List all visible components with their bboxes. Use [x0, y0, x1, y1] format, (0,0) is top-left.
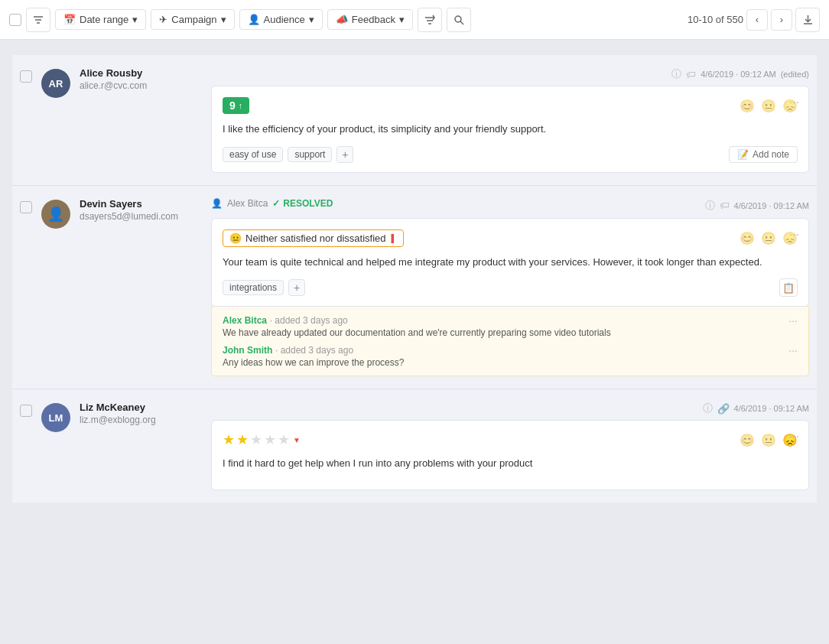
happy-emoji-btn[interactable]: 😊: [740, 99, 755, 113]
date-range-btn[interactable]: 📅 Date range ▾: [55, 9, 146, 30]
star-rating: ★ ★ ★ ★ ★ ▼: [223, 431, 301, 448]
card-header: 9 ↑ 😊 😐 😞: [223, 97, 798, 114]
neutral-emoji-btn[interactable]: 😐: [761, 99, 776, 113]
chevron-icon: ▾: [132, 14, 138, 25]
note-meta: · added 3 days ago: [270, 315, 348, 326]
card-meta: 👤 Alex Bitca ✓ RESOLVED ⓘ 🏷 4/6/2019 · 0…: [211, 198, 809, 213]
avatar: LM: [41, 403, 70, 432]
satisfaction-badge: 😐 Neither satisfied nor dissatisfied ▌: [223, 229, 404, 247]
person-icon: 👤: [211, 198, 223, 209]
note-author: Alex Bitca: [223, 315, 267, 326]
tag-item: integrations: [223, 280, 284, 295]
neutral-emoji-btn[interactable]: 😐: [761, 433, 776, 447]
rating-arrow: ▼: [293, 436, 301, 444]
feedback-text: Your team is quite technical and helped …: [223, 255, 798, 270]
audience-label: Audience: [264, 14, 305, 25]
notes-section: Alex Bitca · added 3 days ago We have al…: [211, 306, 809, 376]
row-checkbox[interactable]: [20, 405, 32, 417]
info-icon: ⓘ: [703, 402, 713, 415]
tags: integrations +: [223, 279, 305, 296]
audience-btn[interactable]: 👤 Audience ▾: [239, 9, 323, 30]
resolved-badge: ✓ RESOLVED: [272, 198, 333, 209]
meta-edited: (edited): [781, 70, 809, 79]
download-btn[interactable]: [795, 8, 820, 32]
avatar: 👤: [41, 200, 70, 229]
info-icon: ⓘ: [705, 199, 715, 213]
feedback-text: I like the efficiency of your product, i…: [223, 122, 798, 137]
date-range-label: Date range: [80, 14, 128, 25]
satisfaction-text: Neither satisfied nor dissatisfied: [245, 233, 386, 244]
card-meta: ⓘ 🏷 4/6/2019 · 09:12 AM (edited): [211, 67, 809, 81]
resolver-name: Alex Bitca: [227, 198, 268, 209]
feedback-text: I find it hard to get help when I run in…: [223, 456, 798, 471]
contact-name: Liz McKeaney: [80, 402, 202, 413]
feedback-card: ··· 😐 Neither satisfied nor dissatisfied…: [211, 218, 809, 307]
search-icon-btn[interactable]: [447, 8, 471, 32]
emoji-actions: 😊 😐 😞: [740, 231, 798, 246]
more-options-btn[interactable]: ···: [789, 430, 799, 444]
indicator: ▌: [392, 234, 397, 242]
contact-email: liz.m@exblogg.org: [80, 415, 202, 425]
add-tag-btn[interactable]: +: [288, 279, 305, 296]
add-tag-btn[interactable]: +: [336, 146, 353, 163]
feedback-row: LM Liz McKeaney liz.m@exblogg.org ⓘ 🔗 4/…: [12, 389, 817, 503]
row-checkbox[interactable]: [20, 201, 32, 213]
happy-emoji-btn[interactable]: 😊: [740, 433, 755, 447]
contact-info: Alice Rousby alice.r@cvc.com: [80, 67, 202, 91]
filter-icon-btn[interactable]: [26, 8, 50, 32]
feedback-row: 👤 Devin Sayers dsayers5d@lumedi.com 👤 Al…: [12, 186, 817, 390]
note-icon: 📝: [737, 149, 749, 160]
note-meta: · added 3 days ago: [275, 345, 353, 356]
feedback-card-wrapper: 👤 Alex Bitca ✓ RESOLVED ⓘ 🏷 4/6/2019 · 0…: [211, 198, 809, 377]
sort-icon-btn[interactable]: [418, 8, 442, 32]
svg-line-7: [460, 21, 463, 24]
svg-point-6: [455, 16, 461, 22]
feedback-card: ··· 9 ↑ 😊 😐 😞 I like the efficiency of y…: [211, 86, 809, 173]
main-content: AR Alice Rousby alice.r@cvc.com ⓘ 🏷 4/6/…: [0, 40, 829, 518]
next-page-btn[interactable]: ›: [771, 9, 792, 31]
score-badge: 9 ↑: [223, 97, 249, 114]
contact-info: Devin Sayers dsayers5d@lumedi.com: [80, 198, 202, 222]
add-note-btn[interactable]: 📝 Add note: [729, 146, 798, 163]
happy-emoji-btn[interactable]: 😊: [740, 231, 755, 246]
feedback-card-wrapper: ⓘ 🔗 4/6/2019 · 09:12 AM ··· ★ ★ ★ ★ ★ ▼: [211, 402, 809, 490]
note-more-btn[interactable]: ···: [788, 314, 798, 327]
resolved-row: 👤 Alex Bitca ✓ RESOLVED: [211, 198, 701, 209]
contact-email: alice.r@cvc.com: [80, 80, 202, 91]
meta-date: 4/6/2019 · 09:12 AM: [734, 201, 809, 210]
feedback-card-wrapper: ⓘ 🏷 4/6/2019 · 09:12 AM (edited) ··· 9 ↑…: [211, 67, 809, 173]
card-header: ★ ★ ★ ★ ★ ▼ 😊 😐 😞: [223, 431, 798, 448]
contact-email: dsayers5d@lumedi.com: [80, 211, 202, 222]
resolved-label: RESOLVED: [283, 198, 333, 209]
note-author: John Smith: [223, 345, 272, 356]
note-text: We have already updated our documentatio…: [223, 327, 611, 338]
contact-name: Devin Sayers: [80, 198, 202, 210]
audience-icon: 👤: [248, 14, 260, 25]
info-icon: ⓘ: [671, 67, 681, 81]
star-4: ★: [264, 431, 276, 448]
feedback-row: AR Alice Rousby alice.r@cvc.com ⓘ 🏷 4/6/…: [12, 55, 817, 186]
neutral-emoji-btn[interactable]: 😐: [761, 231, 776, 246]
check-icon: ✓: [272, 198, 280, 209]
feedback-icon: 📣: [336, 14, 348, 25]
row-checkbox[interactable]: [20, 70, 32, 83]
campaign-icon: ✈: [159, 14, 167, 25]
prev-page-btn[interactable]: ‹: [746, 9, 768, 31]
add-note-label: Add note: [753, 149, 789, 160]
note-icon-btn[interactable]: 📋: [779, 278, 798, 297]
note-item: Alex Bitca · added 3 days ago We have al…: [223, 314, 798, 338]
sad-emoji-btn[interactable]: 😞: [782, 231, 798, 246]
select-all-checkbox[interactable]: [9, 14, 21, 26]
campaign-btn[interactable]: ✈ Campaign ▾: [151, 9, 234, 30]
pagination: 10-10 of 550 ‹ ›: [688, 8, 820, 32]
note-more-btn[interactable]: ···: [788, 344, 798, 356]
score-value: 9: [229, 99, 236, 112]
feedback-btn[interactable]: 📣 Feedback ▾: [327, 9, 413, 30]
toolbar: 📅 Date range ▾ ✈ Campaign ▾ 👤 Audience ▾…: [0, 0, 829, 40]
tag-item: easy of use: [223, 147, 283, 162]
sad-emoji-btn[interactable]: 😞: [782, 99, 798, 113]
feedback-card: ··· ★ ★ ★ ★ ★ ▼ 😊 😐 😞: [211, 420, 809, 490]
contact-info: Liz McKeaney liz.m@exblogg.org: [80, 402, 202, 425]
chevron-icon: ▾: [399, 14, 405, 25]
score-arrow: ↑: [239, 101, 243, 110]
